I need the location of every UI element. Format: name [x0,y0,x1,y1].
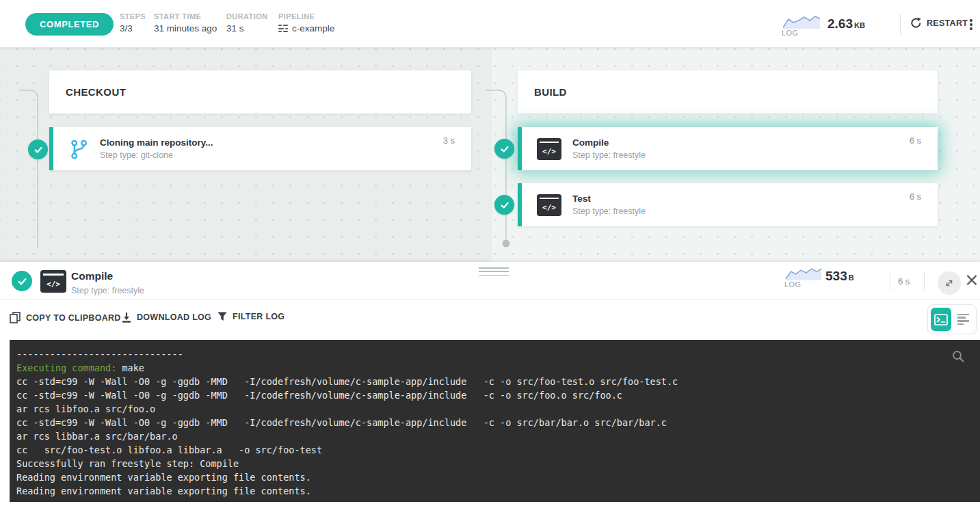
check-icon [494,139,514,159]
log-line: cc -std=c99 -W -Wall -O0 -g -ggdb -MMD -… [16,388,973,402]
meta-pipeline: PIPELINE c-example [278,12,334,34]
stage-header-checkout: CHECKOUT [49,70,471,114]
restart-label: RESTART [927,18,968,28]
step-duration: 3 s [443,135,455,146]
panel-step-title: Compile [71,270,113,282]
terminal-log[interactable]: ------------------------------Executing … [10,340,980,502]
filter-log-button[interactable]: FILTER LOG [217,312,284,321]
log-line: Executing command: make [16,361,973,375]
divider [924,271,925,291]
check-icon [28,139,48,159]
top-bar: COMPLETED STEPS 3/3 START TIME 31 minute… [0,0,980,48]
step-title: Test [572,194,646,204]
step-duration: 6 s [910,191,921,202]
pipeline-name: c-example [292,23,334,34]
code-icon: </> [40,270,66,293]
step-subtitle: Step type: freestyle [572,150,646,160]
stage-name: BUILD [534,86,567,98]
meta-duration-label: DURATION [226,12,267,21]
step-card-test[interactable]: </> Test Step type: freestyle 6 s [518,183,938,226]
step-subtitle: Step type: freestyle [572,207,646,216]
filter-label: FILTER LOG [233,312,284,321]
log-view-toggle [927,304,977,334]
log-size-unit: KB [854,21,865,29]
stage-name: CHECKOUT [66,86,126,98]
step-duration: 6 s [910,135,921,146]
build-view: COMPLETED STEPS 3/3 START TIME 31 minute… [0,0,980,506]
meta-duration-value: 31 s [226,23,267,34]
meta-start-time: START TIME 31 minutes ago [154,12,217,34]
log-line: ar rcs libbar.a src/bar/bar.o [16,429,973,443]
step-detail-panel: </> Compile Step type: freestyle LOG 533… [0,262,980,506]
filter-icon [217,312,227,321]
text-view-icon [957,314,969,325]
meta-start-time-value: 31 minutes ago [154,23,217,34]
log-line: cc -std=c99 -W -Wall -O0 -g -ggdb -MMD -… [16,375,973,388]
download-icon [122,312,131,323]
log-line: cc src/foo-test.o libfoo.a libbar.a -o s… [16,443,973,457]
log-size: 2.63KB [827,16,865,31]
build-log-widget[interactable]: LOG [782,14,821,37]
pipeline-canvas: CHECKOUT Cloning main repository... Step… [0,48,980,262]
git-branch-icon [68,139,89,159]
step-card-compile[interactable]: </> Compile Step type: freestyle 6 s [518,127,938,170]
log-toolbar: COPY TO CLIPBOARD DOWNLOAD LOG FILTER LO… [0,299,980,340]
meta-start-time-label: START TIME [154,12,217,21]
log-line: Successfully ran freestyle step: Compile [16,457,973,470]
copy-to-clipboard-button[interactable]: COPY TO CLIPBOARD [10,312,121,323]
step-log-widget[interactable]: LOG [784,266,823,289]
download-log-button[interactable]: DOWNLOAD LOG [122,312,211,323]
code-icon: </> [537,194,561,216]
step-title: Compile [572,137,646,148]
panel-header: </> Compile Step type: freestyle LOG 533… [0,262,980,299]
log-line: ar rcs libfoo.a src/foo.o [16,402,973,416]
log-line: ------------------------------ [16,347,973,361]
code-icon: </> [537,138,561,160]
expand-panel-button[interactable] [938,271,961,295]
pipeline-icon [278,25,288,32]
step-card-git-clone[interactable]: Cloning main repository... Step type: gi… [49,127,471,170]
text-view-button[interactable] [953,308,973,331]
check-icon [12,271,32,291]
check-icon [494,195,514,215]
log-label: LOG [782,29,821,37]
restart-button[interactable]: RESTART [910,17,968,29]
divider [890,271,890,291]
restart-icon [910,17,922,29]
step-log-size-unit: B [849,274,854,282]
log-line: Reading environment variable exporting f… [16,470,973,484]
kebab-menu-icon[interactable] [966,18,977,31]
log-sparkline-icon [784,266,823,281]
search-icon[interactable] [951,349,965,363]
log-label: LOG [784,280,823,289]
log-sparkline-icon [782,14,821,29]
panel-step-duration: 6 s [898,276,910,287]
meta-steps: STEPS 3/3 [120,12,146,34]
meta-pipeline-value-row[interactable]: c-example [278,23,334,34]
log-line: Reading environment variable exporting f… [16,484,973,498]
meta-steps-value: 3/3 [120,23,146,34]
meta-pipeline-label: PIPELINE [278,12,334,21]
download-label: DOWNLOAD LOG [137,312,211,322]
step-log-size: 533B [825,269,854,284]
terminal-view-button[interactable] [931,308,951,331]
divider [900,14,901,35]
copy-label: COPY TO CLIPBOARD [26,313,121,323]
log-lines: ------------------------------Executing … [16,347,973,498]
step-title: Cloning main repository... [100,137,213,148]
panel-step-subtitle: Step type: freestyle [71,286,144,295]
meta-steps-label: STEPS [120,12,146,21]
expand-icon [944,278,955,289]
meta-duration: DURATION 31 s [226,12,267,34]
stage-header-build: BUILD [518,70,938,114]
log-line: cc -std=c99 -W -Wall -O0 -g -ggdb -MMD -… [16,416,973,429]
step-subtitle: Step type: git-clone [100,150,213,160]
terminal-view-icon [934,314,948,325]
copy-icon [10,312,21,323]
close-icon[interactable]: × [964,268,979,291]
status-badge: COMPLETED [25,13,114,36]
